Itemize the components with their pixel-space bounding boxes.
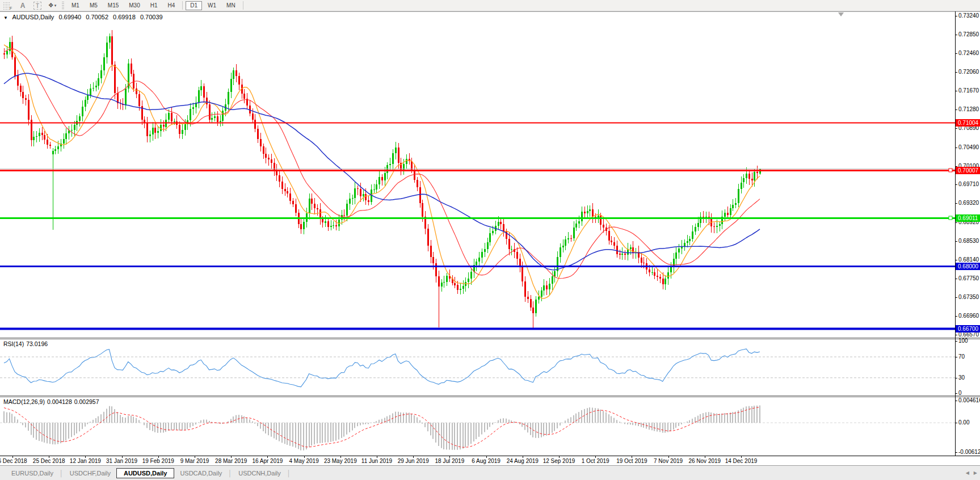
hline-price-badge: 0.66700	[956, 325, 980, 332]
macd-axis-label: 0.00	[958, 419, 969, 426]
date-axis-label: 25 Dec 2018	[33, 458, 65, 464]
tab-eurusd[interactable]: EURUSD,Daily	[6, 468, 59, 478]
tab-separator: │	[287, 470, 291, 477]
candles-bull	[6, 33, 761, 317]
timeframe-button-d1[interactable]: D1	[186, 1, 202, 10]
timeframe-button-m5[interactable]: M5	[85, 1, 102, 10]
macd-histogram	[3, 406, 760, 450]
timeframe-button-h4[interactable]: H4	[163, 1, 180, 10]
hline-price-badge: 0.70007	[956, 167, 980, 174]
date-axis-label: 16 Apr 2019	[252, 458, 283, 464]
price-axis-label: 0.71280	[958, 106, 979, 113]
rsi-axis-label: 100	[958, 338, 968, 344]
date-axis-label: 18 Jul 2019	[435, 458, 465, 464]
top-toolbar: FAT❖▾M1M5M15M30H1H4D1W1MN	[0, 0, 980, 11]
tab-audusd[interactable]: AUDUSD,Daily	[116, 468, 174, 478]
date-axis-label: 29 Jun 2019	[398, 458, 429, 464]
timeframe-button-m1[interactable]: M1	[67, 1, 84, 10]
hline-price-badge: 0.71004	[956, 119, 980, 127]
tab-usdcad[interactable]: USDCAD,Daily	[174, 468, 228, 478]
price-axis-label: 0.67750	[958, 275, 979, 282]
rsi-indicator-label: RSI(14)73.0196	[3, 340, 50, 347]
macd-signal-value: 0.002957	[74, 398, 99, 405]
date-axis-label: 14 Dec 2019	[725, 458, 758, 464]
rsi-value: 73.0196	[26, 340, 48, 347]
date-axis-label: 19 Oct 2019	[616, 458, 647, 464]
chart-menu-arrow-icon[interactable]: ▼	[3, 15, 8, 20]
ohlc-high-value: 0.70052	[86, 14, 108, 20]
styles-tool-icon[interactable]: ❖▾	[46, 1, 58, 10]
price-axis-label: 0.70490	[958, 144, 979, 151]
macd-axis-label: -0.006126	[958, 449, 980, 456]
timeframe-button-mn[interactable]: MN	[222, 1, 240, 10]
chart-tab-bar: EURUSD,Daily│USDCHF,DailyAUDUSD,DailyUSD…	[0, 465, 980, 480]
date-axis-label: 9 Mar 2019	[180, 458, 209, 464]
tab-separator: │	[60, 470, 64, 477]
tab-usdcnh[interactable]: USDCNH,Daily	[233, 468, 287, 478]
price-axis-label: 0.68140	[958, 256, 979, 263]
timeframe-button-w1[interactable]: W1	[203, 1, 221, 10]
chart-symbol-period: AUDUSD,Daily	[12, 14, 54, 20]
chart-shift-marker	[838, 12, 844, 16]
ma-medium-line	[4, 49, 760, 279]
ohlc-open-value: 0.69940	[58, 14, 81, 20]
price-axis-label: 0.72460	[958, 50, 979, 57]
chart-title-bar: ▼ AUDUSD,Daily 0.69940 0.70052 0.69918 0…	[3, 14, 166, 20]
price-axis-label: 0.66570	[958, 331, 979, 338]
date-axis-label: 23 May 2019	[324, 458, 357, 464]
macd-indicator-label: MACD(12,26,9)0.0041280.002957	[3, 398, 102, 405]
rsi-name: RSI(14)	[3, 340, 24, 347]
date-axis-label: 19 Feb 2019	[142, 458, 174, 464]
ohlc-low-value: 0.69918	[113, 14, 136, 20]
hline-price-badge: 0.69011	[956, 214, 980, 222]
price-axis-label: 0.69320	[958, 200, 979, 207]
date-axis-label: 12 Sep 2019	[543, 458, 575, 464]
rsi-axis-label: 30	[958, 374, 965, 381]
date-axis-label: 6 Aug 2019	[472, 458, 500, 464]
fibonacci-tool-icon[interactable]: F	[2, 1, 14, 10]
date-axis-label: 4 May 2019	[289, 458, 318, 464]
date-axis-label: 7 Nov 2019	[654, 458, 683, 464]
price-axis-label: 0.73240	[958, 12, 979, 19]
tab-usdchf[interactable]: USDCHF,Daily	[64, 468, 116, 478]
macd-main-value: 0.004128	[47, 398, 72, 405]
price-axis-label: 0.66960	[958, 313, 979, 319]
price-axis-label: 0.71670	[958, 87, 979, 94]
text-tool-icon[interactable]: A	[16, 1, 29, 10]
date-axis-label: 26 Nov 2019	[688, 458, 721, 464]
rsi-axis-label: 0	[958, 390, 962, 397]
price-axis-label: 0.72850	[958, 31, 979, 38]
timeframe-button-h1[interactable]: H1	[146, 1, 162, 10]
tab-scroll-arrows: ◀▶	[966, 470, 977, 475]
date-axis-label: 11 Jun 2019	[361, 458, 392, 464]
label-tool-icon[interactable]: T	[31, 1, 44, 10]
tab-scroll-left-icon[interactable]: ◀	[966, 470, 969, 475]
toolbar-separator	[243, 1, 243, 10]
price-axis-label: 0.68530	[958, 238, 979, 245]
date-axis-label: 24 Aug 2019	[507, 458, 539, 464]
ohlc-close-value: 0.70039	[140, 14, 163, 20]
rsi-axis-label: 70	[958, 353, 965, 360]
timeframe-button-m15[interactable]: M15	[103, 1, 123, 10]
date-axis-label: 12 Jan 2019	[70, 458, 101, 464]
price-axis-label: 0.69710	[958, 181, 979, 188]
macd-name: MACD(12,26,9)	[3, 398, 45, 405]
hline-price-badge: 0.68000	[956, 263, 980, 270]
chart-canvas[interactable]	[0, 0, 980, 480]
rsi-line	[4, 349, 760, 387]
candles-bear	[3, 30, 758, 329]
tab-separator: │	[228, 470, 232, 477]
price-axis-label: 0.67350	[958, 294, 979, 301]
date-axis-label: 1 Oct 2019	[582, 458, 609, 464]
date-axis-label: 28 Mar 2019	[215, 458, 247, 464]
toolbar-drag-handle[interactable]	[62, 2, 64, 10]
hline-handle	[949, 169, 952, 172]
svg-text:F: F	[10, 6, 12, 10]
hline-handle	[949, 216, 952, 220]
date-axis-label: 31 Jan 2019	[106, 458, 137, 464]
timeframe-button-m30[interactable]: M30	[124, 1, 144, 10]
tab-scroll-right-icon[interactable]: ▶	[974, 470, 977, 475]
price-axis-label: 0.72060	[958, 69, 979, 75]
toolbar-separator	[182, 1, 183, 10]
date-axis-label: 6 Dec 2018	[0, 458, 27, 464]
